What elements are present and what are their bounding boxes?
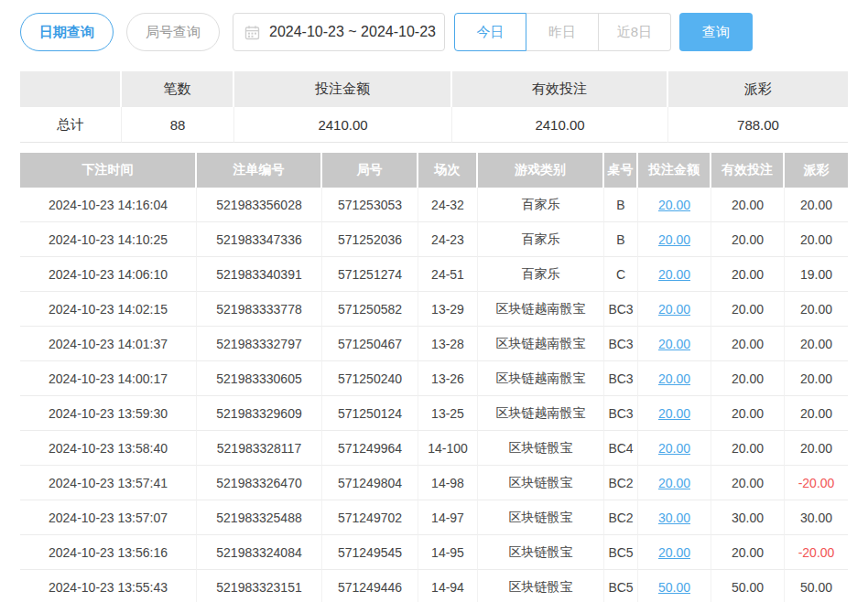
- bet-amount-link[interactable]: 20.00: [658, 476, 690, 490]
- column-header: 有效投注: [711, 153, 785, 188]
- table-cell: 2024-10-23 14:10:25: [20, 222, 197, 257]
- column-header: 投注金额: [638, 153, 711, 188]
- query-button[interactable]: 查询: [679, 13, 753, 51]
- table-cell: 14-100: [418, 431, 478, 466]
- table-cell: BC4: [604, 431, 638, 466]
- table-row: 2024-10-23 13:59:30521983329609571250124…: [20, 396, 848, 431]
- table-cell: 521983347336: [197, 222, 322, 257]
- table-cell: 20.00: [638, 466, 711, 500]
- table-cell: 20.00: [711, 292, 785, 327]
- table-cell: 区块链骰宝: [478, 535, 604, 570]
- table-cell: 50.00: [638, 570, 711, 602]
- table-cell: 50.00: [711, 570, 785, 602]
- table-cell: 13-25: [418, 396, 478, 431]
- table-cell: 20.00: [785, 222, 848, 257]
- table-row: 2024-10-23 13:58:40521983328117571249964…: [20, 431, 848, 466]
- last8days-button[interactable]: 近8日: [599, 13, 671, 51]
- today-button[interactable]: 今日: [454, 13, 526, 51]
- summary-total-label: 总计: [20, 107, 122, 143]
- column-header: 场次: [418, 153, 478, 188]
- table-cell: 30.00: [638, 500, 711, 535]
- table-cell: -20.00: [785, 535, 848, 570]
- table-cell: 20.00: [638, 257, 711, 292]
- table-cell: 区块链骰宝: [478, 500, 604, 535]
- bet-amount-link[interactable]: 20.00: [658, 406, 690, 421]
- table-row: 2024-10-23 13:57:07521983325488571249702…: [20, 500, 848, 535]
- bet-amount-link[interactable]: 20.00: [658, 232, 690, 247]
- table-cell: 14-97: [418, 500, 478, 535]
- table-cell: 20.00: [711, 466, 785, 500]
- table-cell: 百家乐: [478, 257, 604, 292]
- table-cell: 20.00: [711, 327, 785, 361]
- table-cell: 14-98: [418, 466, 478, 500]
- table-cell: 24-51: [418, 257, 478, 292]
- bet-amount-link[interactable]: 20.00: [658, 302, 690, 317]
- table-cell: 20.00: [638, 535, 711, 570]
- table-cell: 区块链越南骰宝: [478, 327, 604, 361]
- bet-amount-link[interactable]: 20.00: [658, 198, 690, 212]
- table-cell: 571249446: [322, 570, 418, 602]
- table-cell: 2024-10-23 13:57:07: [20, 500, 197, 535]
- table-cell: 区块链骰宝: [478, 570, 604, 602]
- table-cell: C: [604, 257, 638, 292]
- table-cell: 区块链越南骰宝: [478, 361, 604, 396]
- summary-header-row: 笔数 投注金额 有效投注 派彩: [20, 71, 848, 107]
- bet-amount-link[interactable]: 20.00: [658, 371, 690, 386]
- table-cell: 521983356028: [197, 188, 322, 222]
- bet-amount-link[interactable]: 20.00: [658, 441, 690, 456]
- table-cell: 521983328117: [197, 431, 322, 466]
- yesterday-button[interactable]: 昨日: [526, 13, 599, 51]
- table-cell: 571250467: [322, 327, 418, 361]
- table-header-row: 下注时间注单编号局号场次游戏类别桌号投注金额有效投注派彩: [20, 153, 848, 188]
- table-row: 2024-10-23 13:57:41521983326470571249804…: [20, 466, 848, 500]
- bet-amount-link[interactable]: 20.00: [658, 267, 690, 282]
- table-cell: 571253053: [322, 188, 418, 222]
- table-cell: 2024-10-23 13:57:41: [20, 466, 197, 500]
- summary-table: 笔数 投注金额 有效投注 派彩 总计 88 2410.00 2410.00 78…: [20, 71, 848, 143]
- table-cell: BC5: [604, 535, 638, 570]
- table-cell: 571251274: [322, 257, 418, 292]
- table-cell: 521983326470: [197, 466, 322, 500]
- bet-amount-link[interactable]: 20.00: [658, 545, 690, 560]
- table-cell: 20.00: [638, 188, 711, 222]
- table-cell: 2024-10-23 14:01:37: [20, 327, 197, 361]
- table-cell: 20.00: [785, 431, 848, 466]
- table-cell: -20.00: [785, 466, 848, 500]
- bet-amount-link[interactable]: 50.00: [658, 580, 690, 595]
- table-cell: 521983325488: [197, 500, 322, 535]
- table-cell: 30.00: [785, 500, 848, 535]
- table-cell: 20.00: [638, 361, 711, 396]
- bet-amount-link[interactable]: 30.00: [658, 511, 690, 525]
- table-cell: 区块链越南骰宝: [478, 396, 604, 431]
- table-cell: 571249964: [322, 431, 418, 466]
- table-cell: 571249702: [322, 500, 418, 535]
- date-query-button[interactable]: 日期查询: [20, 13, 114, 51]
- bet-amount-link[interactable]: 20.00: [658, 337, 690, 351]
- table-row: 2024-10-23 14:16:04521983356028571253053…: [20, 188, 848, 222]
- table-cell: 571250582: [322, 292, 418, 327]
- round-query-button[interactable]: 局号查询: [126, 13, 220, 51]
- column-header: 注单编号: [197, 153, 322, 188]
- table-cell: BC2: [604, 466, 638, 500]
- summary-count-value: 88: [122, 107, 234, 143]
- table-cell: 571252036: [322, 222, 418, 257]
- table-cell: 571249545: [322, 535, 418, 570]
- table-cell: 20.00: [711, 257, 785, 292]
- date-range-value: 2024-10-23 ~ 2024-10-23: [269, 24, 436, 40]
- table-cell: 区块链骰宝: [478, 466, 604, 500]
- calendar-icon: [244, 25, 260, 40]
- summary-payout-value: 788.00: [668, 107, 848, 143]
- table-cell: 521983332797: [197, 327, 322, 361]
- table-row: 2024-10-23 14:00:17521983330605571250240…: [20, 361, 848, 396]
- table-cell: 20.00: [711, 188, 785, 222]
- table-cell: B: [604, 188, 638, 222]
- summary-header-count: 笔数: [122, 71, 234, 107]
- table-cell: 14-94: [418, 570, 478, 602]
- table-cell: BC3: [604, 396, 638, 431]
- date-range-input[interactable]: 2024-10-23 ~ 2024-10-23: [233, 13, 445, 51]
- column-header: 下注时间: [20, 153, 197, 188]
- table-cell: 30.00: [711, 500, 785, 535]
- summary-bet-amount-value: 2410.00: [234, 107, 452, 143]
- table-row: 2024-10-23 14:06:10521983340391571251274…: [20, 257, 848, 292]
- table-cell: 2024-10-23 13:56:16: [20, 535, 197, 570]
